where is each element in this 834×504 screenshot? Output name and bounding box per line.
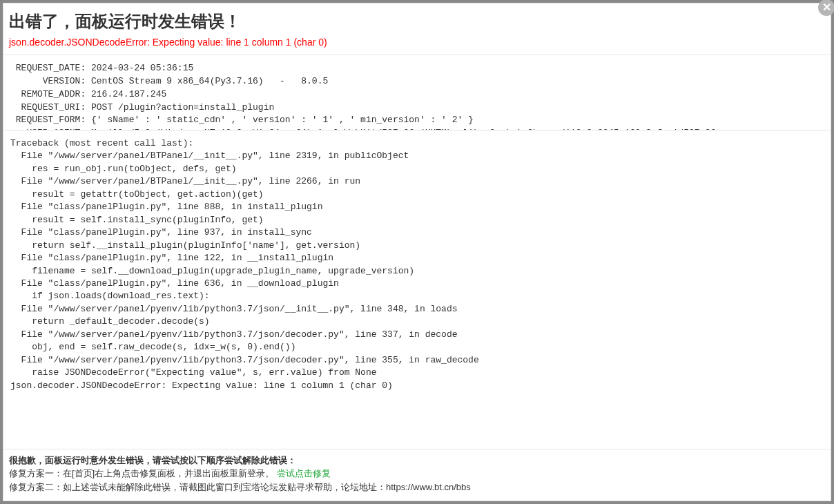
repair-link[interactable]: 尝试点击修复 <box>277 468 331 478</box>
fix1-text: 修复方案一：在[首页]右上角点击修复面板，并退出面板重新登录。 <box>9 468 274 478</box>
close-button[interactable]: ✕ <box>818 0 834 16</box>
error-message: json.decoder.JSONDecodeError: Expecting … <box>3 37 831 55</box>
footer-help: 很抱歉，面板运行时意外发生错误，请尝试按以下顺序尝试解除此错误： 修复方案一：在… <box>3 449 831 501</box>
request-info-block[interactable]: REQUEST_DATE: 2024-03-24 05:36:15 VERSIO… <box>3 55 831 130</box>
traceback-block[interactable]: Traceback (most recent call last): File … <box>3 130 831 449</box>
close-icon: ✕ <box>822 1 831 13</box>
modal-title: 出错了，面板运行时发生错误！ <box>3 3 831 37</box>
fix-option-1: 修复方案一：在[首页]右上角点击修复面板，并退出面板重新登录。 尝试点击修复 <box>9 467 825 481</box>
apology-line: 很抱歉，面板运行时意外发生错误，请尝试按以下顺序尝试解除此错误： <box>9 454 825 467</box>
error-modal: ✕ 出错了，面板运行时发生错误！ json.decoder.JSONDecode… <box>3 3 831 501</box>
fix-option-2: 修复方案二：如上述尝试未能解除此错误，请截图此窗口到宝塔论坛发贴寻求帮助，论坛地… <box>9 481 825 494</box>
